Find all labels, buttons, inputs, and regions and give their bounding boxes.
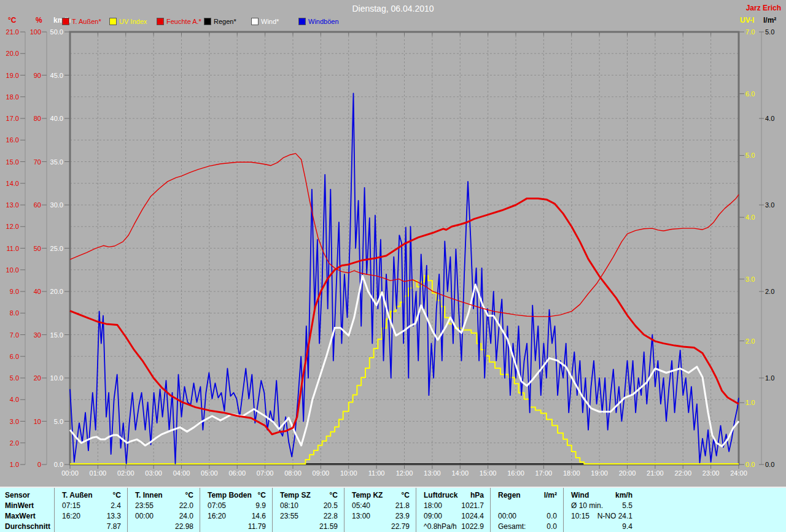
y-tick-label: 20.0 — [50, 288, 63, 295]
y-tick-label: 30.0 — [50, 201, 63, 209]
y-tick-label: 16.0 — [6, 136, 19, 144]
x-tick-label: 04:00 — [173, 469, 190, 477]
sensor-time: 16:20 — [208, 511, 226, 522]
y-tick-label: 20 — [34, 374, 41, 382]
sensor-value: 13.3 — [107, 511, 121, 522]
sensor-value: 22.8 — [324, 511, 338, 522]
sensor-unit: °C — [185, 490, 193, 501]
x-tick-label: 19:00 — [591, 469, 608, 477]
y-tick-label: 4.0 — [745, 214, 755, 221]
table-row-label: MaxWert — [0, 511, 54, 522]
sensor-value: 14.6 — [252, 511, 266, 522]
sensor-time: 09:00 — [424, 511, 442, 522]
table-data-row: 9.4 — [564, 522, 639, 532]
table-header-row: T. Innen°C — [128, 490, 200, 501]
sensor-unit: l/m² — [544, 490, 557, 501]
sensor-time: 18:00 — [424, 501, 442, 511]
y-tick-label: 0 — [37, 461, 41, 468]
table-column-temp-sz: Temp SZ°C08:1020.523:5522.821.59 — [272, 488, 344, 532]
sensor-name: Regen — [498, 490, 521, 501]
y-tick-label: 10.0 — [50, 374, 63, 382]
y-tick-label: 4.0 — [10, 396, 19, 403]
table-data-row: 11.79 — [200, 522, 272, 532]
table-header-row: Windkm/h — [564, 490, 639, 501]
sensor-value: 9.4 — [622, 522, 632, 532]
sensor-value: N-NO 24.1 — [597, 511, 632, 522]
x-tick-label: 17:00 — [535, 469, 553, 477]
sensor-value: 22.0 — [179, 501, 193, 511]
y-tick-label: 80 — [34, 115, 41, 122]
table-data-row: 07:152.4 — [55, 501, 127, 511]
table-data-row: 00:0024.0 — [128, 511, 200, 522]
x-tick-label: 24:00 — [730, 469, 747, 477]
y-tick-label: 14.0 — [6, 180, 19, 187]
table-data-row: 10:15N-NO 24.1 — [564, 511, 639, 522]
x-tick-label: 07:00 — [257, 469, 274, 477]
x-tick-label: 14:00 — [451, 469, 469, 477]
summary-table: SensorMinWertMaxWertDurchschnittT. Außen… — [0, 487, 786, 532]
sensor-unit: °C — [113, 490, 121, 501]
table-row-label-text: Sensor — [5, 490, 30, 501]
sensor-value: 5.5 — [622, 501, 632, 511]
y-tick-label: 1.0 — [745, 399, 755, 406]
y-tick-label: 40 — [34, 288, 41, 295]
y-tick-label: 10 — [34, 418, 41, 425]
table-empty-area — [639, 488, 786, 532]
sensor-time: Ø 10 min. — [571, 501, 603, 511]
y-tick-label: 0.0 — [54, 461, 63, 468]
table-data-row: 13:0023.9 — [344, 511, 416, 522]
sensor-time: 10:15 — [571, 511, 590, 522]
table-row-labels-column: SensorMinWertMaxWertDurchschnitt — [0, 488, 54, 532]
table-data-row: 16:2013.3 — [55, 511, 127, 522]
table-column-t-innen: T. Innen°C23:5522.000:0024.022.98 — [127, 488, 200, 532]
y-tick-label: 4.0 — [765, 115, 774, 122]
y-tick-label: 25.0 — [50, 245, 63, 252]
x-tick-label: 10:00 — [340, 469, 357, 477]
sensor-name: Luftdruck — [424, 490, 457, 501]
x-tick-label: 08:00 — [284, 469, 302, 477]
table-data-row: 23:5522.0 — [128, 501, 200, 511]
weather-app-window: Dienstag, 06.04.2010 Jarz Erich °C % km/… — [0, 0, 786, 532]
table-header-row: Temp KZ°C — [344, 490, 416, 501]
y-tick-label: 2.0 — [745, 337, 755, 345]
y-tick-label: 9.0 — [10, 288, 19, 295]
sensor-value: 24.0 — [179, 511, 193, 522]
sensor-value: 9.9 — [255, 501, 266, 511]
sensor-time: 07:05 — [208, 501, 226, 511]
table-data-row: 08:1020.5 — [273, 501, 344, 511]
x-tick-label: 05:00 — [201, 469, 218, 477]
y-tick-label: 45.0 — [50, 72, 63, 79]
x-tick-label: 15:00 — [480, 469, 497, 477]
sensor-time: Gesamt: — [498, 522, 526, 532]
y-tick-label: 3.0 — [745, 276, 755, 283]
sensor-time: 16:20 — [62, 511, 80, 522]
y-tick-label: 2.0 — [10, 439, 19, 447]
sensor-name: Temp KZ — [352, 490, 383, 501]
sensor-value: 1022.9 — [461, 522, 484, 532]
table-data-row — [491, 501, 563, 511]
y-tick-label: 5.0 — [10, 374, 19, 382]
sensor-value: 0.0 — [547, 511, 557, 522]
x-tick-label: 06:00 — [228, 469, 246, 477]
table-data-row: 23:5522.8 — [273, 511, 344, 522]
sensor-value: 20.5 — [324, 501, 338, 511]
y-tick-label: 35.0 — [50, 158, 63, 166]
sensor-value: 21.8 — [395, 501, 410, 511]
y-tick-label: 17.0 — [6, 115, 19, 122]
table-header-row: Regenl/m² — [491, 490, 563, 501]
x-tick-label: 22:00 — [674, 469, 691, 477]
x-tick-label: 18:00 — [563, 469, 580, 477]
sensor-value: 2.4 — [111, 501, 121, 511]
table-data-row: 21.59 — [273, 522, 344, 532]
y-tick-label: 21.0 — [6, 28, 19, 36]
table-data-row: ^0.8hPa/h1022.9 — [416, 522, 490, 532]
y-tick-label: 0.0 — [765, 461, 774, 468]
sensor-value: 1024.4 — [461, 511, 484, 522]
x-tick-label: 13:00 — [424, 469, 441, 477]
table-row-label: Sensor — [0, 490, 54, 501]
table-header-row: LuftdruckhPa — [416, 490, 490, 501]
table-data-row: 00:000.0 — [491, 511, 563, 522]
y-tick-label: 6.0 — [10, 353, 19, 360]
sensor-name: Temp SZ — [280, 490, 311, 501]
y-tick-label: 100 — [30, 28, 41, 36]
